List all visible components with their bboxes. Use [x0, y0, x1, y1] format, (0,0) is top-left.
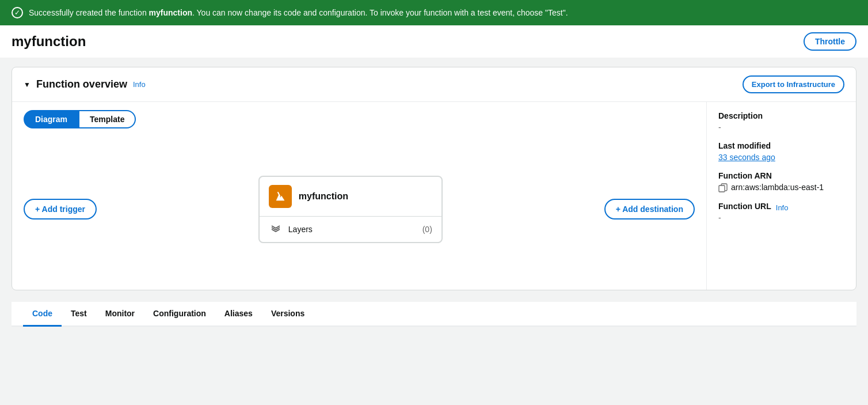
function-arn-section: Function ARN arn:aws:lambda:us-east-1 [718, 171, 844, 192]
copy-arn-icon[interactable] [718, 183, 728, 192]
add-destination-button[interactable]: + Add destination [604, 199, 695, 219]
success-banner: Successfully created the function myfunc… [0, 0, 868, 25]
add-trigger-button[interactable]: + Add trigger [24, 199, 97, 219]
last-modified-section: Last modified 33 seconds ago [718, 141, 844, 162]
card-header: ▼ Function overview Info Export to Infra… [12, 67, 856, 102]
card-main: Diagram Template + Add trigger [12, 102, 706, 290]
success-message: Successfully created the function myfunc… [29, 8, 568, 17]
tab-code[interactable]: Code [23, 302, 62, 327]
function-url-label-row: Function URL Info [718, 202, 844, 213]
main-content: ▼ Function overview Info Export to Infra… [0, 58, 868, 336]
diagram-area: + Add trigger myfunction [12, 128, 706, 290]
lambda-icon [269, 185, 292, 208]
function-url-label: Function URL [718, 202, 771, 211]
last-modified-value: 33 seconds ago [718, 153, 844, 162]
layers-count: (0) [422, 225, 432, 234]
function-arn-label: Function ARN [718, 171, 844, 180]
function-overview-info-link[interactable]: Info [133, 80, 146, 89]
tab-versions[interactable]: Versions [262, 302, 314, 327]
success-check-icon [12, 7, 23, 18]
function-url-value: - [718, 213, 844, 222]
card-sidebar: Description - Last modified 33 seconds a… [706, 102, 856, 290]
lambda-function-node: myfunction Layers [258, 176, 443, 243]
function-arn-row: arn:aws:lambda:us-east-1 [718, 183, 844, 192]
function-overview-title: Function overview [36, 78, 127, 90]
tab-configuration[interactable]: Configuration [144, 302, 215, 327]
layers-label: Layers [288, 225, 417, 234]
description-label: Description [718, 111, 844, 120]
chevron-down-icon: ▼ [24, 81, 31, 89]
page-title: myfunction [12, 33, 86, 50]
description-section: Description - [718, 111, 844, 132]
function-arn-value: arn:aws:lambda:us-east-1 [731, 183, 824, 192]
tab-aliases[interactable]: Aliases [215, 302, 262, 327]
function-url-section: Function URL Info - [718, 202, 844, 222]
svg-rect-0 [719, 186, 725, 192]
throttle-button[interactable]: Throttle [804, 32, 856, 51]
tabs-bar: Code Test Monitor Configuration Aliases … [12, 302, 856, 327]
tab-monitor[interactable]: Monitor [96, 302, 144, 327]
function-url-info-link[interactable]: Info [776, 203, 789, 212]
diagram-tab-button[interactable]: Diagram [24, 110, 79, 128]
function-overview-card: ▼ Function overview Info Export to Infra… [12, 67, 856, 290]
page-header: myfunction Throttle [0, 25, 868, 58]
lambda-node-layers: Layers (0) [260, 217, 441, 242]
lambda-node-header: myfunction [260, 177, 441, 217]
tab-test[interactable]: Test [62, 302, 96, 327]
last-modified-label: Last modified [718, 141, 844, 150]
card-body: Diagram Template + Add trigger [12, 102, 856, 290]
diagram-content: + Add trigger myfunction [24, 176, 695, 243]
description-value: - [718, 123, 844, 132]
card-header-left: ▼ Function overview Info [24, 78, 146, 90]
lambda-node-name: myfunction [299, 191, 348, 202]
export-infrastructure-button[interactable]: Export to Infrastructure [743, 75, 844, 93]
template-tab-button[interactable]: Template [79, 110, 136, 128]
layers-icon [269, 222, 283, 236]
view-toggle: Diagram Template [24, 110, 695, 128]
